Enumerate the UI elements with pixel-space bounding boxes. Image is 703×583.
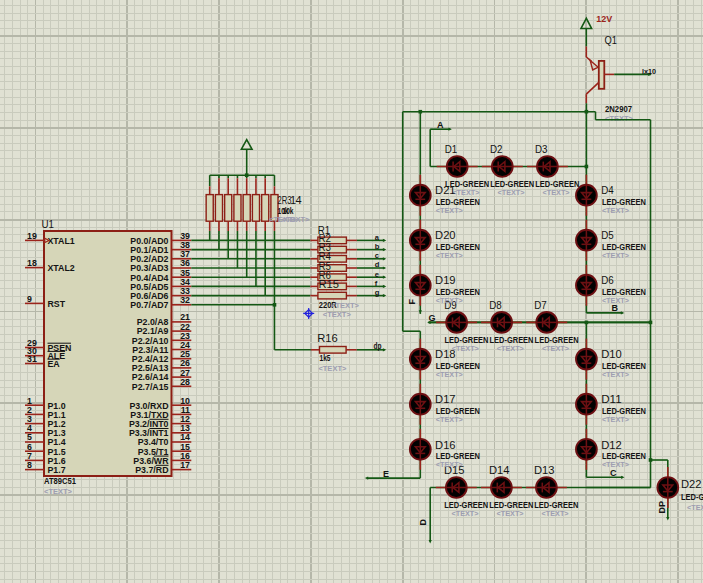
svg-text:D18: D18 [435, 348, 456, 360]
svg-text:dp: dp [374, 341, 382, 351]
svg-text:D19: D19 [435, 274, 456, 286]
svg-text:D13: D13 [534, 464, 555, 476]
svg-text:d: d [375, 260, 380, 269]
svg-text:D: D [418, 519, 428, 526]
svg-text:<TEXT>: <TEXT> [602, 415, 629, 424]
svg-text:<TEXT>: <TEXT> [602, 296, 629, 305]
svg-text:<TEXT>: <TEXT> [436, 370, 463, 379]
svg-text:e: e [375, 270, 379, 279]
svg-text:28: 28 [180, 377, 190, 387]
svg-text:XTAL2: XTAL2 [48, 263, 75, 273]
svg-text:D22: D22 [681, 478, 702, 490]
svg-text:E: E [383, 469, 389, 479]
svg-text:<TEXT>: <TEXT> [497, 509, 524, 518]
svg-text:4: 4 [296, 194, 302, 206]
svg-text:<TEXT>: <TEXT> [497, 344, 524, 353]
svg-text:19: 19 [27, 231, 37, 241]
svg-text:Q1: Q1 [605, 34, 618, 46]
svg-text:U1: U1 [42, 218, 55, 230]
svg-text:DP: DP [657, 501, 667, 514]
svg-text:D16: D16 [435, 439, 456, 451]
svg-text:<TEXT>: <TEXT> [452, 509, 479, 518]
svg-text:EA: EA [48, 359, 61, 369]
svg-text:XTAL1: XTAL1 [48, 236, 75, 246]
svg-text:<TEXT>: <TEXT> [602, 206, 629, 215]
svg-text:P3.7/RD: P3.7/RD [135, 465, 168, 475]
svg-text:31: 31 [27, 354, 37, 364]
svg-text:<TEXT>: <TEXT> [436, 296, 463, 305]
svg-text:<TEXT>: <TEXT> [436, 251, 463, 260]
svg-text:<TEXT>: <TEXT> [318, 364, 346, 373]
svg-text:R15: R15 [319, 278, 340, 290]
svg-text:c: c [375, 251, 379, 260]
svg-text:P2.7/A15: P2.7/A15 [132, 382, 169, 392]
svg-text:D1: D1 [445, 143, 458, 155]
svg-text:<TEXT>: <TEXT> [44, 487, 72, 496]
svg-text:g: g [375, 288, 380, 297]
svg-text:D10: D10 [601, 348, 622, 360]
svg-text:<TEXT>: <TEXT> [602, 460, 629, 469]
svg-text:D7: D7 [534, 299, 547, 311]
svg-text:RST: RST [48, 299, 66, 309]
svg-text:32: 32 [180, 295, 190, 305]
svg-text:17: 17 [180, 460, 190, 470]
svg-text:<TEXT>: <TEXT> [602, 370, 629, 379]
svg-text:D21: D21 [435, 184, 456, 196]
svg-text:<TEXT>: <TEXT> [542, 344, 569, 353]
svg-text:R16: R16 [317, 332, 338, 344]
svg-text:D2: D2 [490, 143, 503, 155]
svg-text:<TEXT>: <TEXT> [542, 509, 569, 518]
svg-text:D5: D5 [601, 229, 614, 241]
svg-text:2N2907: 2N2907 [605, 104, 632, 114]
svg-text:P0.7/AD7: P0.7/AD7 [130, 300, 168, 310]
svg-text:<TEXT>: <TEXT> [436, 206, 463, 215]
svg-text:D4: D4 [601, 184, 614, 196]
svg-text:lx10: lx10 [642, 67, 656, 76]
svg-text:D14: D14 [489, 464, 510, 476]
svg-text:8: 8 [27, 460, 32, 470]
svg-text:F: F [407, 299, 417, 305]
svg-text:LED-GREEN: LED-GREEN [681, 493, 703, 502]
svg-text:AT89C51: AT89C51 [44, 476, 76, 486]
svg-text:<TEXT>: <TEXT> [452, 188, 479, 197]
svg-text:<TEXT>: <TEXT> [323, 310, 351, 319]
svg-text:<TEXT>: <TEXT> [452, 344, 479, 353]
svg-text:18: 18 [27, 258, 37, 268]
svg-text:1k5: 1k5 [320, 353, 331, 363]
svg-text:D11: D11 [601, 393, 622, 405]
svg-text:<TEXT>: <TEXT> [602, 251, 629, 260]
svg-text:<TEXT>: <TEXT> [498, 188, 525, 197]
svg-text:b: b [375, 242, 380, 251]
svg-text:D8: D8 [489, 299, 502, 311]
svg-text:<TEXT>: <TEXT> [282, 215, 310, 224]
svg-text:D17: D17 [435, 393, 456, 405]
svg-text:<TEXT>: <TEXT> [436, 460, 463, 469]
svg-text:D12: D12 [601, 439, 622, 451]
svg-text:G: G [429, 313, 436, 323]
svg-text:D3: D3 [535, 143, 548, 155]
svg-text:<TEXT>: <TEXT> [436, 415, 463, 424]
svg-text:9: 9 [27, 294, 32, 304]
svg-text:<TEXT>: <TEXT> [605, 114, 633, 123]
svg-text:D6: D6 [601, 274, 614, 286]
svg-text:12V: 12V [596, 14, 612, 24]
svg-text:<TEXT>: <TEXT> [543, 188, 570, 197]
svg-text:P1.7: P1.7 [48, 465, 66, 475]
svg-text:D20: D20 [435, 229, 456, 241]
svg-text:<TEXT>: <TEXT> [687, 503, 703, 512]
svg-text:A: A [437, 120, 444, 130]
